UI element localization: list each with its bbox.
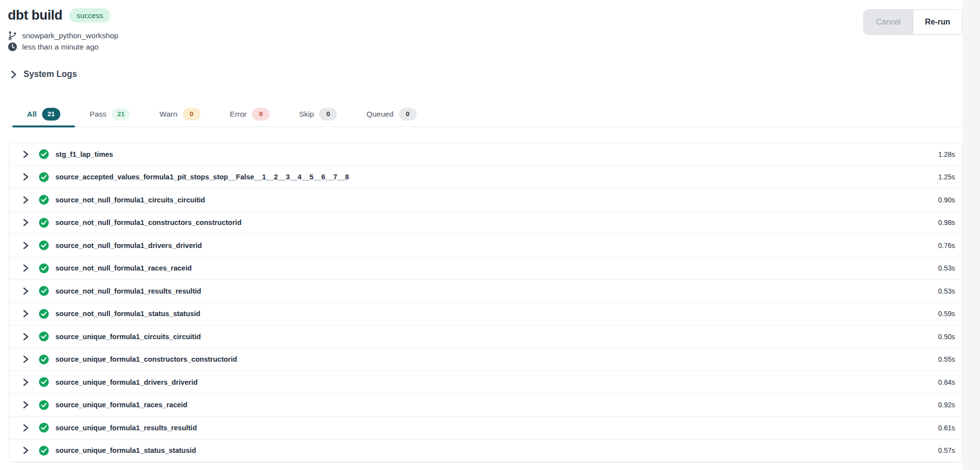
tab-label: Queued (366, 110, 393, 119)
cancel-button[interactable]: Cancel (864, 10, 913, 34)
result-duration: 0.50s (938, 333, 955, 341)
result-name: source_unique_formula1_circuits_circuiti… (55, 333, 201, 341)
pass-check-icon (39, 422, 49, 433)
result-row[interactable]: source_not_null_formula1_status_statusid… (9, 303, 962, 326)
tab-count-badge: 0 (252, 108, 270, 121)
tab-label: Skip (299, 110, 314, 119)
git-branch-icon (8, 30, 17, 41)
tab-count-badge: 21 (42, 108, 60, 121)
status-badge: success (69, 8, 110, 23)
rerun-button[interactable]: Re-run (913, 10, 962, 34)
tab-warn[interactable]: Warn 0 (145, 102, 215, 126)
result-row[interactable]: source_not_null_formula1_results_resulti… (9, 280, 962, 303)
result-name: source_accepted_values_formula1_pit_stop… (55, 173, 349, 181)
result-name: source_unique_formula1_drivers_driverid (55, 378, 198, 386)
result-row[interactable]: source_unique_formula1_status_statusid 0… (9, 440, 962, 463)
tab-count-badge: 0 (399, 108, 417, 121)
result-name: stg_f1_lap_times (55, 150, 113, 158)
time-ago: less than a minute ago (22, 43, 99, 51)
tab-error[interactable]: Error 0 (215, 102, 284, 126)
run-actions: Cancel Re-run (863, 9, 962, 35)
pass-check-icon (39, 195, 49, 205)
pass-check-icon (39, 263, 49, 273)
result-duration: 0.53s (938, 287, 955, 295)
result-name: source_not_null_formula1_drivers_driveri… (55, 242, 202, 249)
expand-chevron-icon[interactable] (21, 196, 30, 204)
tab-label: All (27, 110, 37, 119)
pass-check-icon (39, 240, 49, 250)
expand-chevron-icon[interactable] (21, 378, 30, 387)
expand-chevron-icon[interactable] (21, 173, 30, 181)
result-row[interactable]: source_unique_formula1_circuits_circuiti… (9, 325, 962, 348)
system-logs-toggle[interactable]: System Logs (11, 69, 980, 79)
expand-chevron-icon[interactable] (21, 264, 30, 272)
result-row[interactable]: source_unique_formula1_constructors_cons… (9, 348, 962, 371)
pass-check-icon (39, 400, 49, 410)
result-duration: 0.76s (938, 242, 955, 249)
tab-label: Pass (90, 110, 106, 119)
expand-chevron-icon[interactable] (21, 355, 30, 364)
result-duration: 0.59s (938, 310, 955, 318)
result-duration: 0.57s (938, 446, 955, 454)
tab-skip[interactable]: Skip 0 (284, 102, 352, 126)
result-duration: 0.53s (938, 264, 955, 272)
pass-check-icon (39, 445, 49, 456)
pass-check-icon (39, 149, 49, 159)
tab-count-badge: 0 (183, 108, 201, 121)
clock-icon (8, 42, 17, 51)
chevron-right-icon (11, 70, 17, 79)
results-list: stg_f1_lap_times 1.28s source_accepted_v… (9, 143, 962, 463)
expand-chevron-icon[interactable] (21, 332, 30, 341)
result-duration: 0.55s (938, 355, 955, 363)
tab-all[interactable]: All 21 (12, 102, 75, 126)
pass-check-icon (39, 331, 49, 342)
result-row[interactable]: source_unique_formula1_races_raceid 0.92… (9, 394, 962, 417)
result-row[interactable]: source_not_null_formula1_races_raceid 0.… (9, 257, 962, 280)
expand-chevron-icon[interactable] (21, 218, 30, 227)
result-row[interactable]: source_unique_formula1_drivers_driverid … (9, 371, 962, 394)
pass-check-icon (39, 172, 49, 182)
tab-label: Warn (159, 110, 177, 119)
tab-queued[interactable]: Queued 0 (352, 102, 431, 126)
pass-check-icon (39, 309, 49, 319)
result-row[interactable]: source_not_null_formula1_circuits_circui… (9, 189, 962, 212)
system-logs-label: System Logs (24, 69, 77, 79)
result-name: source_unique_formula1_results_resultid (55, 424, 197, 432)
result-name: source_not_null_formula1_status_statusid (55, 310, 201, 318)
result-row[interactable]: stg_f1_lap_times 1.28s (9, 143, 962, 166)
result-duration: 0.90s (938, 196, 955, 204)
result-duration: 0.92s (938, 401, 955, 409)
tab-pass[interactable]: Pass 21 (75, 102, 145, 126)
expand-chevron-icon[interactable] (21, 241, 30, 250)
result-duration: 0.98s (938, 219, 955, 226)
result-name: source_not_null_formula1_constructors_co… (55, 219, 242, 226)
result-name: source_not_null_formula1_circuits_circui… (55, 196, 205, 204)
result-name: source_not_null_formula1_results_resulti… (55, 287, 201, 295)
pass-check-icon (39, 354, 49, 365)
result-row[interactable]: source_accepted_values_formula1_pit_stop… (9, 166, 962, 189)
expand-chevron-icon[interactable] (21, 446, 30, 455)
pass-check-icon (39, 377, 49, 387)
tab-label: Error (230, 110, 247, 119)
result-duration: 0.61s (938, 424, 955, 432)
result-name: source_not_null_formula1_races_raceid (55, 264, 192, 272)
expand-chevron-icon[interactable] (21, 309, 30, 318)
result-row[interactable]: source_not_null_formula1_constructors_co… (9, 212, 962, 235)
result-duration: 1.25s (938, 173, 955, 181)
scrollbar-gutter[interactable] (962, 0, 980, 470)
expand-chevron-icon[interactable] (21, 150, 30, 159)
tab-count-badge: 21 (112, 108, 130, 121)
expand-chevron-icon[interactable] (21, 423, 30, 432)
pass-check-icon (39, 286, 49, 296)
pass-check-icon (39, 218, 49, 228)
result-row[interactable]: source_not_null_formula1_drivers_driveri… (9, 234, 962, 257)
run-detail-page: dbt build success snowpark_python_worksh… (0, 0, 980, 470)
page-title: dbt build (8, 8, 62, 23)
result-name: source_unique_formula1_constructors_cons… (55, 355, 237, 363)
expand-chevron-icon[interactable] (21, 400, 30, 409)
tab-count-badge: 0 (319, 108, 337, 121)
result-row[interactable]: source_unique_formula1_results_resultid … (9, 417, 962, 440)
expand-chevron-icon[interactable] (21, 287, 30, 296)
result-duration: 1.28s (938, 150, 955, 158)
result-name: source_unique_formula1_status_statusid (55, 446, 196, 454)
